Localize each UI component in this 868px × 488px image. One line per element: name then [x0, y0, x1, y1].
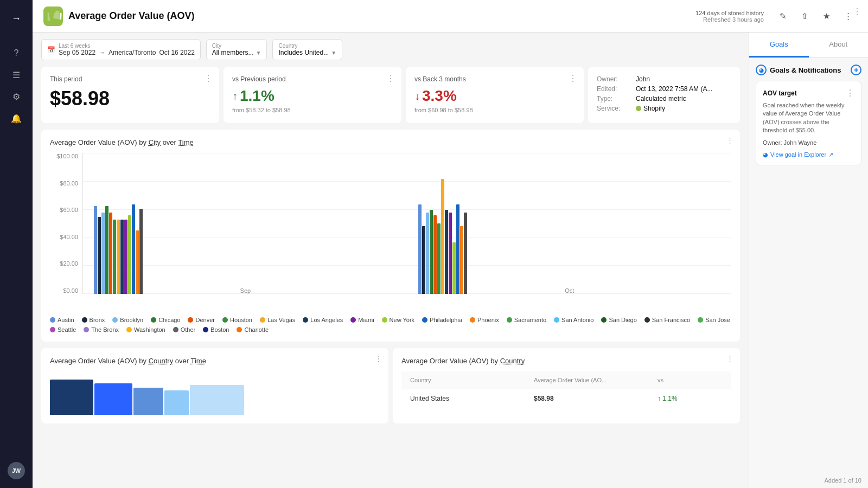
legend-dot — [237, 327, 242, 332]
col-header-country: Country — [410, 377, 534, 383]
bar-los-angeles[interactable] — [445, 210, 448, 294]
city-chevron-icon: ▼ — [256, 50, 261, 56]
date-filter[interactable]: 📅 Last 6 weeks Sep 05 2022 → America/Tor… — [41, 39, 201, 60]
city-time-chart-card: Average Order Value (AOV) by City over T… — [41, 130, 740, 342]
country-filter[interactable]: Country Includes United... ▼ — [272, 39, 342, 60]
bar-chicago[interactable] — [105, 206, 108, 294]
ct-dim[interactable]: Country — [149, 357, 174, 365]
bar-bronx[interactable] — [98, 217, 101, 294]
legend-item-philadelphia: Philadelphia — [422, 317, 462, 323]
bar-brooklyn[interactable] — [426, 213, 429, 294]
bar-chicago[interactable] — [430, 210, 433, 294]
bar-austin[interactable] — [94, 206, 97, 294]
share-button[interactable]: ⇧ — [795, 7, 814, 25]
country-time-menu[interactable]: ⋮ — [375, 355, 382, 363]
y-label-20: $20.00 — [50, 260, 82, 267]
page-title: Average Order Value (AOV) — [68, 10, 194, 22]
topbar-meta: 124 days of stored history Refreshed 3 h… — [695, 10, 764, 23]
topbar-right: 124 days of stored history Refreshed 3 h… — [695, 7, 857, 25]
city-chart-menu[interactable]: ⋮ — [726, 136, 733, 144]
this-period-label: This period — [50, 75, 210, 83]
owner-key: Owner: — [597, 75, 631, 83]
bar-los-angeles[interactable] — [120, 220, 124, 294]
bar-las-vegas[interactable] — [441, 179, 444, 294]
type-row: Type: Calculated metric — [597, 95, 731, 102]
bar-philadelphia[interactable] — [456, 204, 459, 294]
type-value: Calculated metric — [636, 95, 686, 102]
bar-houston[interactable] — [113, 220, 116, 294]
bar-other[interactable] — [464, 213, 467, 294]
city-chart-dim2[interactable]: Time — [178, 138, 193, 146]
goal-card-menu[interactable]: ⋮ — [846, 88, 854, 98]
country-table-menu[interactable]: ⋮ — [726, 355, 733, 363]
palette-icon[interactable]: ☰ — [7, 65, 26, 85]
help-icon[interactable]: ? — [7, 43, 26, 63]
bar-las-vegas[interactable] — [117, 220, 120, 294]
legend-dot — [350, 317, 356, 323]
shopify-logo — [43, 7, 63, 26]
bar-new-york[interactable] — [452, 242, 456, 294]
goal-owner-label: Owner: — [763, 139, 782, 146]
bar-other[interactable] — [139, 209, 143, 294]
row-country: United States — [410, 395, 534, 402]
vs-back-menu[interactable]: ⋮ — [569, 73, 577, 84]
bar-bronx[interactable] — [422, 226, 425, 294]
bar-austin[interactable] — [418, 204, 422, 294]
y-label-100: $100.00 — [50, 153, 82, 159]
bar-houston[interactable] — [437, 223, 441, 294]
goal-owner: Owner: John Wayne — [763, 139, 854, 146]
bar-philadelphia[interactable] — [132, 204, 135, 294]
add-goal-button[interactable]: + — [851, 65, 861, 75]
user-avatar[interactable]: JW — [8, 462, 25, 479]
legend-item-the-bronx: The Bronx — [84, 326, 119, 333]
link-icon: ◕ — [763, 151, 768, 158]
bar-miami[interactable] — [449, 213, 452, 294]
tab-about[interactable]: About — [809, 33, 869, 57]
bell-icon[interactable]: 🔔 — [7, 108, 26, 128]
bar-denver[interactable] — [109, 213, 112, 294]
this-period-menu[interactable]: ⋮ — [204, 73, 213, 84]
bar-miami[interactable] — [124, 220, 127, 294]
legend-item-austin: Austin — [50, 317, 74, 323]
city-filter[interactable]: City All members... ▼ — [206, 39, 267, 60]
legend-dot — [151, 317, 156, 323]
this-period-value: $58.98 — [50, 87, 210, 110]
vs-back-change: ↓ 3.3% — [414, 87, 575, 105]
ctbl-dim[interactable]: Country — [500, 357, 525, 365]
bar-phoenix[interactable] — [460, 226, 463, 294]
collapse-icon[interactable]: → — [7, 9, 26, 28]
service-key: Service: — [597, 105, 631, 112]
country-chevron-icon: ▼ — [331, 50, 336, 56]
legend-dot — [50, 327, 55, 332]
city-chart-mid: over — [163, 138, 178, 146]
city-chart-dim1[interactable]: City — [149, 138, 161, 146]
bar-brooklyn[interactable] — [101, 213, 105, 294]
legend-item-san-francisco: San Francisco — [644, 317, 690, 323]
legend-item-phoenix: Phoenix — [470, 317, 499, 323]
bar-seg-3 — [133, 388, 163, 415]
down-arrow-icon: ↓ — [414, 90, 420, 102]
owner-row: Owner: John — [597, 75, 731, 83]
row-vs: ↑ 1.1% — [658, 395, 723, 402]
legend-dot — [82, 317, 87, 323]
owner-value: John — [636, 75, 650, 83]
country-filter-label: Country — [278, 43, 336, 49]
view-goal-link[interactable]: ◕ View goal in Explorer ↗ — [763, 151, 854, 158]
legend-item-houston: Houston — [222, 317, 252, 323]
bar-phoenix[interactable] — [136, 230, 139, 294]
edit-button[interactable]: ✎ — [774, 7, 792, 25]
vs-previous-menu[interactable]: ⋮ — [386, 73, 395, 84]
settings-icon[interactable]: ⚙ — [7, 87, 26, 106]
ct-dim2[interactable]: Time — [190, 357, 206, 365]
logo-area: Average Order Value (AOV) — [43, 7, 194, 26]
stored-history-label: 124 days of stored history — [695, 10, 764, 16]
col-header-vs: vs — [658, 377, 723, 383]
type-key: Type: — [597, 95, 631, 102]
goals-section-header: ◕ Goals & Notifications + — [756, 65, 861, 75]
bar-group-0 — [94, 204, 397, 294]
star-button[interactable]: ★ — [817, 7, 835, 25]
bar-new-york[interactable] — [128, 215, 131, 294]
bar-denver[interactable] — [433, 215, 437, 294]
tab-goals[interactable]: Goals — [749, 33, 809, 57]
legend-dot — [222, 317, 228, 323]
